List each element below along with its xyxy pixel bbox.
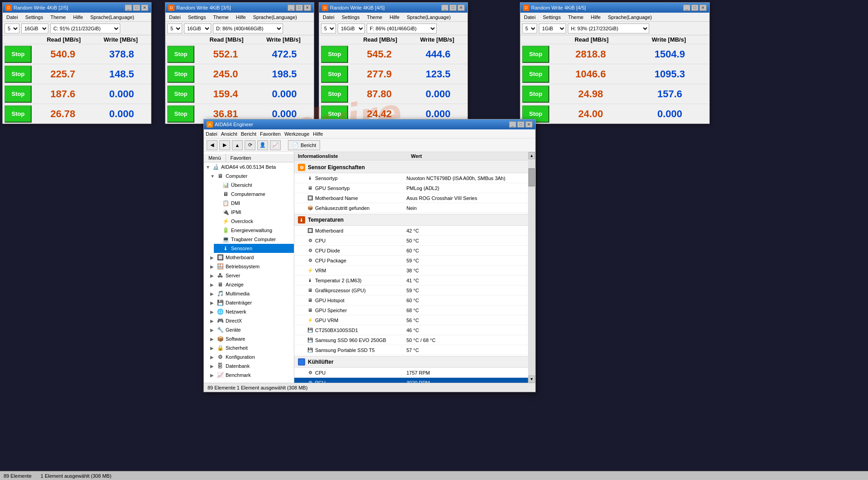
- stop-btn-4-2[interactable]: Stop: [522, 86, 549, 103]
- aida-row-gpu-temp[interactable]: 🖥 Grafikprozessor (GPU) 59 °C: [294, 285, 528, 295]
- aida-scrollbar[interactable]: ▲ ▼: [528, 152, 535, 383]
- aida-up-btn[interactable]: ▲: [232, 140, 243, 150]
- aida-tree-software[interactable]: ▶ 📦 Software: [208, 334, 294, 343]
- cdm-maximize-3[interactable]: □: [449, 5, 457, 11]
- aida-tab-favoriten[interactable]: Favoriten: [226, 154, 256, 162]
- aida-scroll-thumb[interactable]: [528, 168, 535, 186]
- cdm-size-select-2[interactable]: 16GiB: [184, 24, 211, 33]
- aida-row-gpu-speicher[interactable]: 🖥 GPU Speicher 68 °C: [294, 305, 528, 315]
- aida-row-samsung960[interactable]: 💾 Samsung SSD 960 EVO 250GB 50 °C / 68 °…: [294, 335, 528, 345]
- aida-tree-server[interactable]: ▶ 🖧 Server: [208, 271, 294, 280]
- aida-maximize-btn[interactable]: □: [517, 121, 524, 128]
- aida-tree-energie[interactable]: 🔋 Energieverwaltung: [214, 226, 294, 235]
- aida-row-mb-temp[interactable]: 🔲 Motherboard 42 °C: [294, 226, 528, 236]
- cdm-close-4[interactable]: ✕: [699, 5, 707, 11]
- aida-tree-tragbar[interactable]: 💻 Tragbarer Computer: [214, 235, 294, 244]
- cdm-count-select-2[interactable]: 5: [167, 24, 182, 33]
- cdm-close-1[interactable]: ✕: [141, 5, 148, 11]
- cdm-close-3[interactable]: ✕: [458, 5, 465, 11]
- aida-tree-dmi[interactable]: 📋 DMI: [214, 199, 294, 208]
- aida-menu-ansicht[interactable]: Ansicht: [221, 131, 237, 137]
- cdm-drive-select-3[interactable]: F: 86% (401/466GiB): [367, 24, 437, 33]
- cdm-menu-hilfe-3[interactable]: Hilfe: [388, 14, 401, 20]
- aida-row-fan-pch[interactable]: ⚙ PCH 3020 RPM: [294, 378, 528, 383]
- cdm-maximize-1[interactable]: □: [133, 5, 140, 11]
- cdm-menu-settings-1[interactable]: Settings: [24, 14, 45, 20]
- aida-menu-werkzeuge[interactable]: Werkzeuge: [284, 131, 309, 137]
- stop-btn-2-3[interactable]: Stop: [167, 105, 194, 123]
- cdm-drive-select-4[interactable]: H: 93% (217/232GiB): [568, 24, 649, 33]
- cdm-menu-datei-4[interactable]: Datei: [522, 14, 538, 20]
- aida-report-btn[interactable]: 📄 Bericht: [288, 140, 320, 150]
- cdm-maximize-4[interactable]: □: [691, 5, 698, 11]
- aida-row-gpu-hotspot[interactable]: 🖥 GPU Hotspot 60 °C: [294, 295, 528, 305]
- aida-row-cpu-package[interactable]: ⚙ CPU Package 59 °C: [294, 256, 528, 266]
- cdm-menu-settings-3[interactable]: Settings: [340, 14, 362, 20]
- stop-btn-2-1[interactable]: Stop: [167, 66, 194, 83]
- aida-menu-datei[interactable]: Datei: [206, 131, 217, 137]
- cdm-count-select-4[interactable]: 5: [522, 24, 537, 33]
- aida-row-cpu-diode[interactable]: ⚙ CPU Diode 60 °C: [294, 246, 528, 256]
- aida-row-samsungt5[interactable]: 💾 Samsung Portable SSD T5 57 °C: [294, 345, 528, 355]
- aida-tree-sicherheit[interactable]: ▶ 🔒 Sicherheit: [208, 343, 294, 352]
- aida-tree-root[interactable]: ▼ 🔬 AIDA64 v6.00.5134 Beta: [204, 162, 294, 171]
- aida-row-cpu-temp[interactable]: ⚙ CPU 50 °C: [294, 236, 528, 246]
- aida-row-gpu-vrm[interactable]: ⚡ GPU VRM 56 °C: [294, 315, 528, 325]
- cdm-count-select-3[interactable]: 5: [321, 24, 336, 33]
- aida-refresh-btn[interactable]: ⟳: [245, 140, 255, 150]
- stop-btn-4-0[interactable]: Stop: [522, 46, 549, 63]
- cdm-minimize-2[interactable]: _: [288, 5, 295, 11]
- aida-menu-favoriten[interactable]: Favoriten: [260, 131, 281, 137]
- stop-btn-1-1[interactable]: Stop: [5, 66, 32, 83]
- cdm-menu-lang-3[interactable]: Sprache(Language): [405, 14, 453, 20]
- aida-tree-gerate[interactable]: ▶ 🔧 Geräte: [208, 325, 294, 334]
- aida-menu-bericht[interactable]: Bericht: [241, 131, 256, 137]
- cdm-menu-settings-4[interactable]: Settings: [541, 14, 563, 20]
- cdm-menu-datei-3[interactable]: Datei: [321, 14, 336, 20]
- aida-tree-ipmi[interactable]: 🔌 IPMI: [214, 208, 294, 217]
- cdm-menu-lang-1[interactable]: Sprache(Language): [89, 14, 136, 20]
- aida-forward-btn[interactable]: ▶: [219, 140, 230, 150]
- cdm-menu-theme-4[interactable]: Theme: [566, 14, 585, 20]
- stop-btn-2-0[interactable]: Stop: [167, 46, 194, 63]
- stop-btn-3-2[interactable]: Stop: [321, 86, 348, 103]
- aida-row-ct250[interactable]: 💾 CT250BX100SSD1 46 °C: [294, 325, 528, 335]
- aida-tree-datenbank[interactable]: ▶ 🗄 Datenbank: [208, 361, 294, 371]
- stop-btn-1-2[interactable]: Stop: [5, 86, 32, 103]
- aida-tree-datentrager[interactable]: ▶ 💾 Datenträger: [208, 298, 294, 307]
- aida-back-btn[interactable]: ◀: [207, 140, 217, 150]
- aida-tree-netzwerk[interactable]: ▶ 🌐 Netzwerk: [208, 307, 294, 316]
- aida-tree-ubersicht[interactable]: 📊 Übersicht: [214, 181, 294, 190]
- cdm-menu-datei-1[interactable]: Datei: [5, 14, 20, 20]
- cdm-drive-select-1[interactable]: C: 91% (211/232GiB): [50, 24, 120, 33]
- cdm-drive-select-2[interactable]: D: 86% (400/466GiB): [213, 24, 283, 33]
- aida-tree-computer-item[interactable]: ▼ 🖥 Computer: [208, 171, 294, 181]
- aida-close-btn[interactable]: ✕: [525, 121, 533, 128]
- stop-btn-3-1[interactable]: Stop: [321, 66, 348, 83]
- cdm-minimize-4[interactable]: _: [683, 5, 690, 11]
- cdm-size-select-3[interactable]: 16GiB: [338, 24, 365, 33]
- stop-btn-2-2[interactable]: Stop: [167, 86, 194, 103]
- stop-btn-1-3[interactable]: Stop: [5, 105, 32, 123]
- cdm-size-select-4[interactable]: 1GiB: [539, 24, 566, 33]
- stop-btn-4-1[interactable]: Stop: [522, 66, 549, 83]
- stop-btn-1-0[interactable]: Stop: [5, 46, 32, 63]
- aida-scroll-down-btn[interactable]: ▼: [528, 375, 535, 383]
- cdm-menu-hilfe-1[interactable]: Hilfe: [71, 14, 85, 20]
- aida-row-fan-cpu[interactable]: ⚙ CPU 1757 RPM: [294, 368, 528, 378]
- aida-tree-computername[interactable]: 🖥 Computername: [214, 190, 294, 199]
- aida-menu-hilfe[interactable]: Hilfe: [313, 131, 323, 137]
- aida-tab-menu[interactable]: Menü: [204, 154, 226, 162]
- aida-tree-sensoren[interactable]: 🌡 Sensoren: [214, 244, 294, 253]
- cdm-menu-settings-2[interactable]: Settings: [186, 14, 208, 20]
- aida-minimize-btn[interactable]: _: [509, 121, 516, 128]
- aida-tree-konfiguration[interactable]: ▶ ⚙ Konfiguration: [208, 352, 294, 361]
- aida-chart-btn[interactable]: 📈: [270, 140, 281, 150]
- aida-scroll-up-btn[interactable]: ▲: [528, 152, 535, 159]
- cdm-menu-lang-2[interactable]: Sprache(Language): [251, 14, 299, 20]
- aida-tree-overclock[interactable]: ⚡ Overclock: [214, 217, 294, 226]
- cdm-close-2[interactable]: ✕: [304, 5, 311, 11]
- cdm-menu-theme-2[interactable]: Theme: [211, 14, 230, 20]
- aida-tree-multimedia[interactable]: ▶ 🎵 Multimedia: [208, 289, 294, 298]
- aida-tree-betriebssystem[interactable]: ▶ 🪟 Betriebssystem: [208, 262, 294, 271]
